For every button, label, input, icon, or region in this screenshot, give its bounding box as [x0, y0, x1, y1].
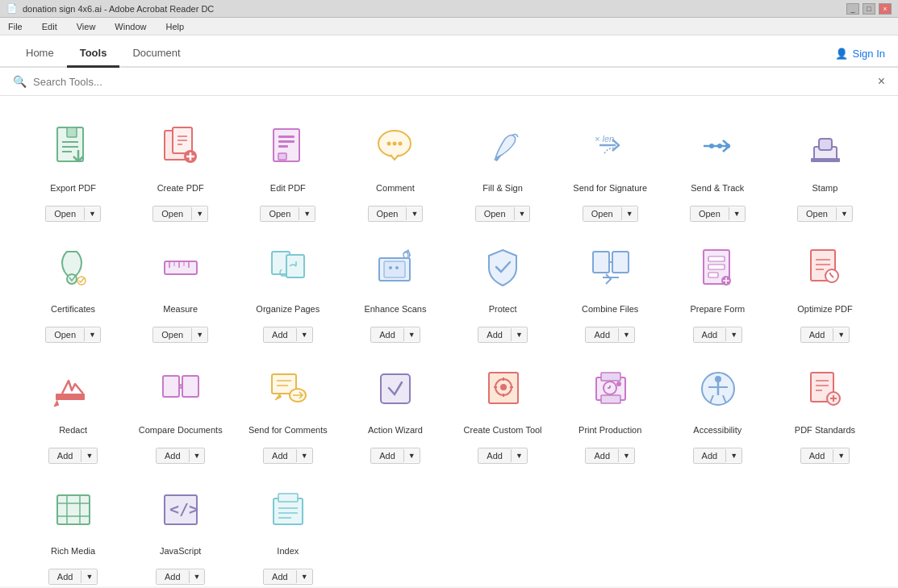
- index-arrow-btn[interactable]: ▼: [296, 570, 312, 583]
- sign-in-button[interactable]: 👤 Sign In: [835, 48, 885, 66]
- menu-view[interactable]: View: [72, 20, 101, 33]
- send-comments-arrow-btn[interactable]: ▼: [296, 449, 312, 462]
- redact-arrow-btn[interactable]: ▼: [81, 449, 97, 462]
- compare-documents-arrow-btn[interactable]: ▼: [189, 449, 205, 462]
- search-input[interactable]: [33, 76, 871, 88]
- redact-add-btn[interactable]: Add: [49, 448, 81, 463]
- close-search-icon[interactable]: ×: [878, 74, 885, 89]
- menu-edit[interactable]: Edit: [37, 20, 62, 33]
- svg-point-27: [725, 144, 730, 148]
- menu-help[interactable]: Help: [161, 20, 189, 33]
- edit-pdf-btn-group[interactable]: Open ▼: [260, 206, 315, 222]
- maximize-btn[interactable]: □: [862, 3, 875, 15]
- enhance-scans-btn-group[interactable]: Add ▼: [370, 327, 420, 343]
- measure-btn-group[interactable]: Open ▼: [152, 327, 208, 343]
- close-btn[interactable]: ×: [879, 3, 892, 15]
- export-pdf-arrow-btn[interactable]: ▼: [84, 207, 100, 220]
- fill-sign-btn-group[interactable]: Open ▼: [475, 206, 531, 222]
- menu-file[interactable]: File: [3, 20, 27, 33]
- tab-document[interactable]: Document: [119, 40, 193, 68]
- protect-add-btn[interactable]: Add: [478, 327, 511, 342]
- organize-pages-btn-group[interactable]: Add ▼: [263, 327, 313, 343]
- print-production-btn-group[interactable]: Add ▼: [585, 448, 635, 464]
- menu-window[interactable]: Window: [110, 20, 151, 33]
- protect-btn-group[interactable]: Add ▼: [478, 327, 528, 343]
- tab-home[interactable]: Home: [13, 40, 67, 68]
- pdf-standards-btn-group[interactable]: Add ▼: [800, 448, 850, 464]
- pdf-standards-add-btn[interactable]: Add: [801, 448, 833, 463]
- optimize-pdf-icon: [800, 243, 849, 291]
- prepare-form-btn-group[interactable]: Add ▼: [693, 327, 743, 343]
- edit-pdf-open-btn[interactable]: Open: [261, 206, 299, 221]
- accessibility-arrow-btn[interactable]: ▼: [725, 449, 741, 462]
- comment-btn-group[interactable]: Open ▼: [368, 206, 424, 222]
- enhance-scans-add-btn[interactable]: Add: [371, 327, 403, 342]
- window-controls[interactable]: _ □ ×: [846, 3, 892, 15]
- prepare-form-arrow-btn[interactable]: ▼: [725, 328, 741, 341]
- enhance-scans-arrow-btn[interactable]: ▼: [403, 328, 420, 341]
- comment-arrow-btn[interactable]: ▼: [406, 207, 422, 220]
- send-comments-add-btn[interactable]: Add: [264, 448, 296, 463]
- certificates-open-btn[interactable]: Open: [46, 327, 84, 342]
- action-wizard-arrow-btn[interactable]: ▼: [403, 449, 420, 462]
- rich-media-btn-group[interactable]: Add ▼: [48, 569, 98, 585]
- compare-documents-btn-group[interactable]: Add ▼: [156, 448, 206, 464]
- stamp-open-btn[interactable]: Open: [798, 206, 836, 221]
- optimize-pdf-arrow-btn[interactable]: ▼: [833, 328, 849, 341]
- measure-arrow-btn[interactable]: ▼: [191, 328, 207, 341]
- send-signature-open-btn[interactable]: Open: [583, 206, 621, 221]
- send-track-btn-group[interactable]: Open ▼: [690, 206, 746, 222]
- pdf-standards-arrow-btn[interactable]: ▼: [833, 449, 849, 462]
- rich-media-arrow-btn[interactable]: ▼: [81, 570, 97, 583]
- print-production-arrow-btn[interactable]: ▼: [618, 449, 634, 462]
- compare-documents-add-btn[interactable]: Add: [157, 448, 189, 463]
- stamp-arrow-btn[interactable]: ▼: [836, 207, 852, 220]
- accessibility-btn-group[interactable]: Add ▼: [693, 448, 743, 464]
- create-custom-tool-btn-group[interactable]: Add ▼: [478, 448, 528, 464]
- combine-files-arrow-btn[interactable]: ▼: [618, 328, 634, 341]
- fill-sign-arrow-btn[interactable]: ▼: [514, 207, 530, 220]
- rich-media-add-btn[interactable]: Add: [49, 569, 81, 584]
- minimize-btn[interactable]: _: [846, 3, 859, 15]
- send-signature-btn-group[interactable]: Open ▼: [583, 206, 638, 222]
- export-pdf-open-btn[interactable]: Open: [46, 206, 84, 221]
- javascript-arrow-btn[interactable]: ▼: [189, 570, 205, 583]
- combine-files-add-btn[interactable]: Add: [586, 327, 618, 342]
- index-add-btn[interactable]: Add: [264, 569, 296, 584]
- tab-tools[interactable]: Tools: [67, 40, 120, 68]
- enhance-scans-label: Enhance Scans: [364, 298, 426, 320]
- print-production-add-btn[interactable]: Add: [586, 448, 618, 463]
- measure-open-btn[interactable]: Open: [153, 327, 191, 342]
- send-track-open-btn[interactable]: Open: [691, 206, 729, 221]
- organize-pages-arrow-btn[interactable]: ▼: [296, 328, 312, 341]
- redact-btn-group[interactable]: Add ▼: [48, 448, 98, 464]
- prepare-form-add-btn[interactable]: Add: [694, 327, 726, 342]
- fill-sign-open-btn[interactable]: Open: [476, 206, 514, 221]
- edit-pdf-arrow-btn[interactable]: ▼: [299, 207, 315, 220]
- create-pdf-open-btn[interactable]: Open: [153, 206, 191, 221]
- create-custom-tool-add-btn[interactable]: Add: [478, 448, 511, 463]
- send-signature-arrow-btn[interactable]: ▼: [621, 207, 637, 220]
- create-custom-tool-arrow-btn[interactable]: ▼: [511, 449, 527, 462]
- combine-files-btn-group[interactable]: Add ▼: [585, 327, 635, 343]
- export-pdf-btn-group[interactable]: Open ▼: [45, 206, 101, 222]
- action-wizard-add-btn[interactable]: Add: [371, 448, 403, 463]
- action-wizard-btn-group[interactable]: Add ▼: [370, 448, 420, 464]
- create-pdf-btn-group[interactable]: Open ▼: [152, 206, 208, 222]
- organize-pages-add-btn[interactable]: Add: [264, 327, 296, 342]
- send-comments-btn-group[interactable]: Add ▼: [263, 448, 313, 464]
- accessibility-add-btn[interactable]: Add: [694, 448, 726, 463]
- javascript-btn-group[interactable]: Add ▼: [156, 569, 206, 585]
- menu-bar: File Edit View Window Help: [0, 18, 898, 35]
- send-track-arrow-btn[interactable]: ▼: [729, 207, 745, 220]
- certificates-arrow-btn[interactable]: ▼: [84, 328, 100, 341]
- optimize-pdf-add-btn[interactable]: Add: [801, 327, 833, 342]
- optimize-pdf-btn-group[interactable]: Add ▼: [800, 327, 850, 343]
- comment-open-btn[interactable]: Open: [369, 206, 407, 221]
- create-pdf-arrow-btn[interactable]: ▼: [191, 207, 207, 220]
- javascript-add-btn[interactable]: Add: [157, 569, 189, 584]
- stamp-btn-group[interactable]: Open ▼: [797, 206, 853, 222]
- protect-arrow-btn[interactable]: ▼: [511, 328, 527, 341]
- certificates-btn-group[interactable]: Open ▼: [45, 327, 101, 343]
- index-btn-group[interactable]: Add ▼: [263, 569, 313, 585]
